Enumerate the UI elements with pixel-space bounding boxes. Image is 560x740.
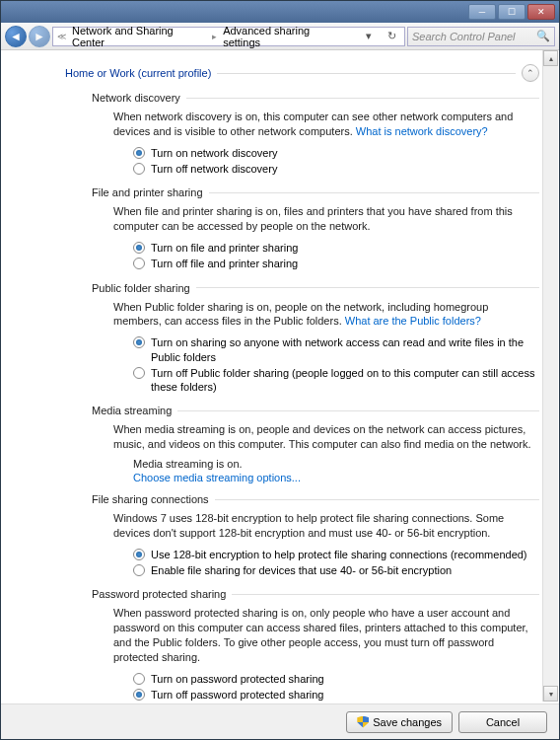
radio-label[interactable]: Turn off Public folder sharing (people l… <box>151 366 539 395</box>
section-password-protected-sharing: Password protected sharing <box>92 588 539 600</box>
radio-label[interactable]: Enable file sharing for devices that use… <box>151 563 452 577</box>
media-options-link[interactable]: Choose media streaming options... <box>133 472 301 483</box>
radio-pw-off[interactable] <box>133 689 145 701</box>
section-file-sharing-connections: File sharing connections <box>92 493 539 505</box>
content-area: Home or Work (current profile) ⌃ Network… <box>1 50 559 703</box>
radio-pw-on[interactable] <box>133 673 145 685</box>
whatis-link[interactable]: What is network discovery? <box>356 125 488 137</box>
radio-label[interactable]: Turn on password protected sharing <box>151 672 324 686</box>
collapse-button[interactable]: ⌃ <box>522 64 539 82</box>
cancel-button[interactable]: Cancel <box>458 711 547 733</box>
whatis-link[interactable]: What are the Public folders? <box>345 315 481 327</box>
radio-nd-off[interactable] <box>133 163 145 175</box>
scroll-down-button[interactable]: ▾ <box>543 686 558 702</box>
chevron-left-icon: ≪ <box>57 32 66 41</box>
radio-enc128[interactable] <box>133 549 145 560</box>
profile-header[interactable]: Home or Work (current profile) ⌃ <box>65 64 539 82</box>
maximize-button[interactable]: ☐ <box>498 4 525 20</box>
radio-label[interactable]: Use 128-bit encryption to help protect f… <box>151 548 527 561</box>
footer: Save changes Cancel <box>1 703 559 739</box>
search-input[interactable]: Search Control Panel 🔍 <box>407 27 555 46</box>
breadcrumb-item[interactable]: Network and Sharing Center <box>72 25 206 48</box>
radio-pf-off[interactable] <box>133 367 145 379</box>
section-description: When password protected sharing is on, o… <box>113 606 539 664</box>
section-description: When network discovery is on, this compu… <box>113 110 539 139</box>
radio-label[interactable]: Turn on sharing so anyone with network a… <box>151 335 539 364</box>
search-icon: 🔍 <box>536 30 550 42</box>
radio-enc40[interactable] <box>133 564 145 576</box>
forward-button[interactable]: ► <box>29 26 50 47</box>
navbar: ◄ ► ≪ Network and Sharing Center ▸ Advan… <box>1 23 559 50</box>
section-description: When Public folder sharing is on, people… <box>113 300 539 330</box>
section-description: Windows 7 uses 128-bit encryption to hel… <box>113 511 539 541</box>
refresh-button[interactable]: ↻ <box>383 30 400 42</box>
radio-label[interactable]: Turn off password protected sharing <box>151 688 323 702</box>
shield-icon <box>357 716 369 728</box>
section-public-folder-sharing: Public folder sharing <box>92 282 539 294</box>
section-description: When media streaming is on, people and d… <box>113 422 539 452</box>
back-button[interactable]: ◄ <box>5 26 27 47</box>
radio-pf-on[interactable] <box>133 336 145 348</box>
minimize-button[interactable]: ─ <box>468 4 496 20</box>
profile-title: Home or Work (current profile) <box>65 67 211 79</box>
titlebar: ─ ☐ ✕ <box>1 1 559 23</box>
media-status: Media streaming is on. <box>133 458 539 470</box>
breadcrumb[interactable]: ≪ Network and Sharing Center ▸ Advanced … <box>52 27 405 46</box>
section-description: When file and printer sharing is on, fil… <box>113 204 539 234</box>
section-media-streaming: Media streaming <box>92 405 539 416</box>
radio-label[interactable]: Turn on file and printer sharing <box>151 241 298 255</box>
radio-label[interactable]: Turn off file and printer sharing <box>151 257 298 270</box>
section-network-discovery: Network discovery <box>92 92 539 104</box>
close-button[interactable]: ✕ <box>527 4 555 20</box>
scroll-up-button[interactable]: ▴ <box>543 50 558 66</box>
section-file-printer-sharing: File and printer sharing <box>92 186 539 198</box>
radio-nd-on[interactable] <box>133 147 145 159</box>
save-changes-button[interactable]: Save changes <box>346 711 453 733</box>
breadcrumb-dropdown[interactable]: ▾ <box>360 30 378 42</box>
radio-label[interactable]: Turn off network discovery <box>151 162 277 176</box>
radio-fp-on[interactable] <box>133 242 145 254</box>
chevron-right-icon: ▸ <box>212 32 217 41</box>
breadcrumb-item[interactable]: Advanced sharing settings <box>223 25 348 48</box>
radio-fp-off[interactable] <box>133 258 145 269</box>
radio-label[interactable]: Turn on network discovery <box>151 146 278 160</box>
scrollbar[interactable]: ▴ ▾ <box>542 50 558 702</box>
